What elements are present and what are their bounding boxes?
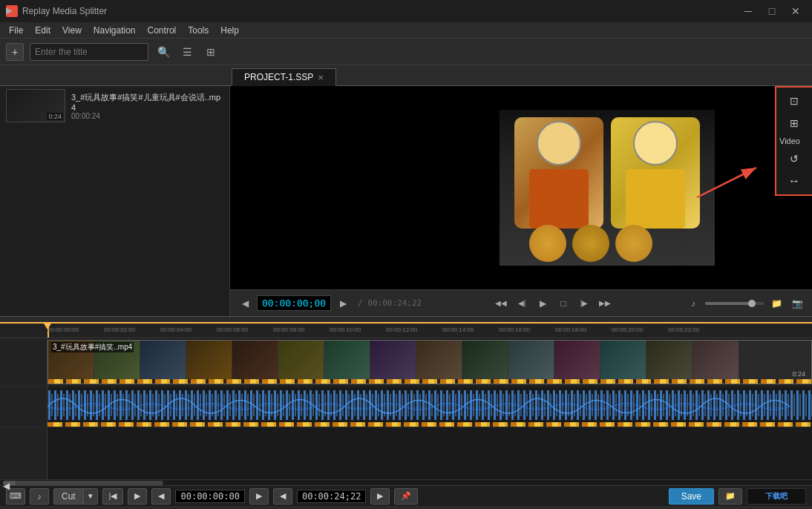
- volume-button[interactable]: ♪: [684, 295, 702, 312]
- open-folder-button[interactable]: 📁: [767, 295, 785, 312]
- search-input[interactable]: [30, 43, 148, 61]
- bottom-bar: ⌨ ♪ Cut ▼ |◀ ▶ ◀ 00:00:00:00 ▶ ◀ 00:00:2…: [0, 485, 812, 506]
- menu-control[interactable]: Control: [142, 24, 183, 37]
- preview-video: ⊡ ⊞ Video ↺ ↔: [230, 86, 812, 289]
- pin-button[interactable]: 📌: [394, 488, 418, 505]
- menu-navigation[interactable]: Navigation: [88, 24, 142, 37]
- media-thumbnail: 0:24: [6, 89, 65, 122]
- menu-file[interactable]: File: [3, 24, 29, 37]
- maximize-button[interactable]: □: [762, 4, 782, 19]
- tab-close[interactable]: ✕: [318, 73, 324, 82]
- scroll-thumb[interactable]: [15, 481, 163, 485]
- ruler-label-6: 00:00:12:00: [386, 326, 417, 333]
- save-button[interactable]: Save: [669, 488, 714, 505]
- audio-track-header: [0, 387, 48, 427]
- video-track-row: 3_#玩具故事#搞笑..mp4: [0, 338, 812, 387]
- thumb-cell: [693, 341, 739, 384]
- audio-settings-button[interactable]: ♪: [30, 488, 49, 505]
- frame-forward-button[interactable]: |▶: [575, 295, 593, 312]
- thumb-cell: [416, 341, 462, 384]
- menu-view[interactable]: View: [56, 24, 88, 37]
- video-label: Video: [776, 135, 812, 147]
- rotate-button[interactable]: ↺: [776, 148, 812, 169]
- media-timecode: 0:24: [47, 113, 63, 120]
- thumb-cell: [462, 341, 508, 384]
- main-area: 0:24 3_#玩具故事#搞笑#儿童玩具#会说话..mp4 00:00:24: [0, 86, 812, 316]
- fit-frame-button[interactable]: ⊡: [776, 91, 812, 111]
- cut-arrow-button[interactable]: ▼: [84, 488, 98, 505]
- cut-dropdown: Cut ▼: [53, 488, 98, 505]
- fullscreen-button[interactable]: ⊞: [776, 113, 812, 134]
- ruler-label-2: 00:00:04:00: [160, 326, 191, 333]
- snapshot-button[interactable]: 📷: [788, 295, 806, 312]
- thumb-cell: [186, 341, 232, 384]
- empty-track: [0, 427, 812, 479]
- thumb-cell: [554, 341, 600, 384]
- flip-button[interactable]: ↔: [776, 171, 812, 191]
- bottom-total-time: 00:00:24;22: [297, 490, 366, 503]
- mark-in-button[interactable]: |◀: [102, 488, 124, 505]
- thumb-cell: [646, 341, 693, 384]
- play-button[interactable]: ▶: [534, 295, 551, 312]
- thumb-cell: [324, 341, 370, 384]
- tab-label: PROJECT-1.SSP: [244, 72, 313, 82]
- transport-controls: ◀ 00:00:00;00 ▶ / 00:00:24;22 ◀◀ ◀| ▶ □ …: [230, 289, 812, 316]
- bottom-prev-button[interactable]: ◀: [151, 488, 171, 505]
- menubar: File Edit View Navigation Control Tools …: [0, 22, 812, 39]
- menu-help[interactable]: Help: [215, 24, 245, 37]
- ruler-label-4: 00:00:08:00: [273, 326, 304, 333]
- h-scrollbar[interactable]: ◀: [0, 479, 812, 485]
- video-clip-label: 3_#玩具故事#搞笑..mp4: [51, 342, 134, 352]
- volume-slider[interactable]: [705, 302, 764, 305]
- search-button[interactable]: 🔍: [154, 43, 172, 61]
- minimize-button[interactable]: ─: [738, 4, 759, 19]
- media-name: 3_#玩具故事#搞笑#儿童玩具#会说话..mp4: [71, 92, 223, 112]
- media-bin: 0:24 3_#玩具故事#搞笑#儿童玩具#会说话..mp4 00:00:24: [0, 86, 230, 316]
- stop-button[interactable]: □: [554, 295, 572, 312]
- clip-marker-bar: [48, 379, 811, 384]
- bottom-play-button[interactable]: ▶: [128, 488, 147, 505]
- ruler-label-3: 00:00:06:00: [217, 326, 248, 333]
- close-button[interactable]: ✕: [785, 4, 806, 19]
- add-button[interactable]: +: [6, 43, 24, 61]
- menu-tools[interactable]: Tools: [182, 24, 215, 37]
- audio-marker-bar: [48, 422, 812, 427]
- menu-edit[interactable]: Edit: [29, 24, 56, 37]
- ruler-label-10: 00:00:20:00: [612, 326, 643, 333]
- ruler-label-9: 00:00:18:00: [555, 326, 586, 333]
- timeline-ruler: 00:00:00:00 00:00:02:00 00:00:04:00 00:0…: [0, 322, 812, 338]
- app-icon: ▶: [6, 5, 18, 17]
- audio-track-row: [0, 387, 812, 427]
- mark-next-button[interactable]: ▶: [370, 488, 390, 505]
- bottom-folder-button[interactable]: 📁: [718, 488, 742, 505]
- project-tab[interactable]: PROJECT-1.SSP ✕: [232, 68, 336, 86]
- list-item[interactable]: 0:24 3_#玩具故事#搞笑#儿童玩具#会说话..mp4 00:00:24: [0, 86, 229, 125]
- ruler-labels: 00:00:00:00 00:00:02:00 00:00:04:00 00:0…: [48, 324, 812, 338]
- video-clip[interactable]: 3_#玩具故事#搞笑..mp4: [48, 340, 812, 384]
- media-info: 3_#玩具故事#搞笑#儿童玩具#会说话..mp4 00:00:24: [71, 92, 223, 120]
- video-track-header: [0, 338, 48, 386]
- video-track-body[interactable]: 3_#玩具故事#搞笑..mp4: [48, 338, 812, 386]
- step-back-button[interactable]: ◀◀: [492, 295, 510, 312]
- mark-prev-button[interactable]: ◀: [273, 488, 292, 505]
- cut-button[interactable]: Cut: [53, 488, 84, 505]
- resize-handle[interactable]: [0, 316, 812, 322]
- list-view-button[interactable]: ☰: [178, 43, 196, 61]
- ruler-label-11: 00:00:22:00: [668, 326, 699, 333]
- audio-track-body[interactable]: [48, 387, 812, 427]
- titlebar: ▶ Replay Media Splitter ─ □ ✕: [0, 0, 812, 22]
- grid-view-button[interactable]: ⊞: [202, 43, 220, 61]
- ruler-label-0: 00:00:00:00: [48, 326, 79, 333]
- frame-back-button[interactable]: ◀|: [513, 295, 531, 312]
- next-frame-button[interactable]: ▶: [334, 295, 352, 312]
- prev-frame-button[interactable]: ◀: [236, 295, 254, 312]
- thumb-cell: [370, 341, 416, 384]
- thumb-cell: [140, 341, 186, 384]
- step-forward-button[interactable]: ▶▶: [596, 295, 614, 312]
- total-timecode: / 00:00:24;22: [358, 298, 422, 308]
- window-controls: ─ □ ✕: [738, 4, 806, 19]
- audio-waveform: [48, 387, 812, 427]
- ruler-label-8: 00:00:16:00: [499, 326, 530, 333]
- thumbnail-strip: [48, 341, 811, 384]
- bottom-next-button[interactable]: ▶: [249, 488, 269, 505]
